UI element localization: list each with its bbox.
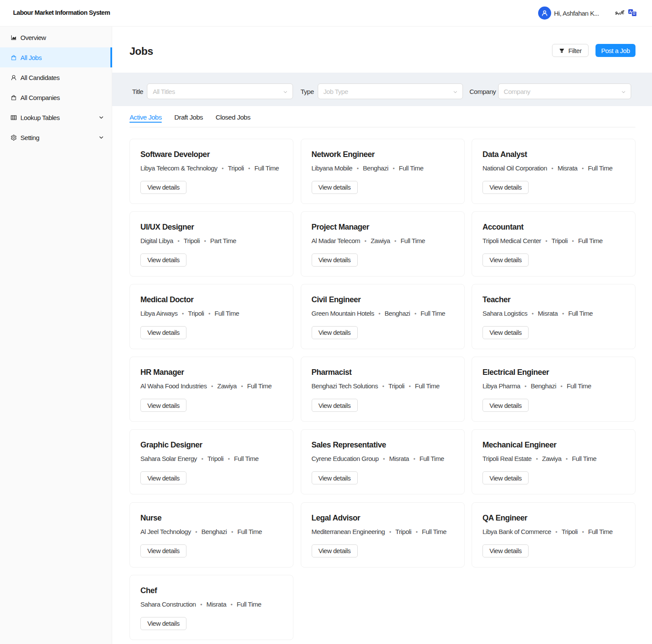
- svg-text:A: A: [629, 10, 632, 14]
